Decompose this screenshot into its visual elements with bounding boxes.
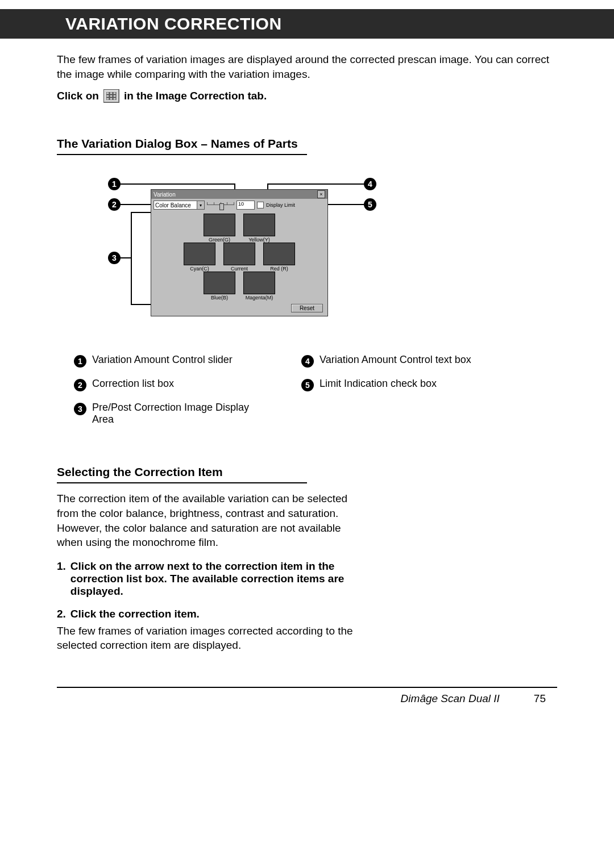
section1-rule	[57, 154, 307, 155]
lead-1	[121, 183, 234, 185]
svg-rect-1	[110, 92, 113, 94]
section2-heading: Selecting the Correction Item	[57, 465, 307, 481]
thumb-current[interactable]: Current	[223, 243, 255, 272]
section1-heading: The Variation Dialog Box – Names of Part…	[57, 137, 307, 153]
step-2-result: The few frames of variation images corre…	[57, 624, 375, 653]
callout-3: 3	[108, 252, 121, 264]
thumb-magenta[interactable]: Magenta(M)	[243, 272, 275, 301]
section2-rule	[57, 482, 307, 483]
svg-rect-7	[110, 98, 113, 100]
variation-amount-textbox[interactable]: 10	[237, 201, 255, 210]
page-footer: Dimâge Scan Dual II 75	[0, 688, 614, 705]
svg-rect-5	[113, 95, 116, 97]
variation-amount-slider[interactable]	[207, 202, 234, 208]
dialog-titlebar: Variation ×	[151, 190, 327, 199]
reset-button[interactable]: Reset	[291, 304, 323, 312]
dialog-title: Variation	[154, 191, 176, 198]
thumb-green[interactable]: Green(G)	[204, 214, 235, 243]
correction-list-box[interactable]: Color Balance	[154, 201, 205, 210]
page-number: 75	[534, 692, 546, 705]
step-2: 2. Click the correction item.	[57, 608, 358, 620]
variation-grid-icon	[103, 89, 119, 103]
legend-item-2: 2Correction list box	[74, 378, 267, 391]
legend-item-5: 5Limit Indication check box	[301, 378, 495, 391]
thumb-yellow[interactable]: Yellow(Y)	[243, 214, 275, 243]
lead-3	[121, 257, 131, 258]
svg-rect-8	[113, 98, 116, 100]
display-limit-checkbox[interactable]	[257, 202, 264, 208]
correction-select[interactable]: Color Balance	[154, 201, 205, 210]
click-instruction: Click on in the Image Correction tab.	[57, 89, 557, 103]
parts-legend: 1Variation Amount Control slider 2Correc…	[74, 354, 557, 425]
click-before: Click on	[57, 90, 99, 102]
callout-4: 4	[364, 178, 376, 190]
svg-rect-0	[106, 92, 109, 94]
close-icon[interactable]: ×	[317, 190, 325, 198]
header-bar: VARIATION CORRECTION	[0, 9, 614, 39]
intro-text: The few frames of variation images are d…	[57, 52, 557, 81]
legend-item-4: 4Variation Amount Control text box	[301, 354, 495, 368]
variation-dialog: Variation × Color Balance 10	[151, 189, 328, 316]
click-after: in the Image Correction tab.	[124, 90, 267, 102]
bracket-3	[131, 212, 152, 305]
legend-item-1: 1Variation Amount Control slider	[74, 354, 267, 368]
thumb-red[interactable]: Red (R)	[263, 243, 295, 272]
callout-1: 1	[108, 178, 121, 190]
display-limit-label: Display Limit	[266, 202, 295, 208]
lead-2	[121, 204, 155, 205]
dialog-controls: Color Balance 10 Display Limit	[151, 199, 327, 211]
section2-body: The correction item of the available var…	[57, 491, 358, 550]
thumb-cyan[interactable]: Cyan(C)	[184, 243, 215, 272]
callout-2: 2	[108, 198, 121, 211]
manual-page: VARIATION CORRECTION The few frames of v…	[0, 9, 614, 739]
product-name: Dimâge Scan Dual II	[401, 692, 500, 705]
svg-rect-6	[106, 98, 109, 100]
page-title: VARIATION CORRECTION	[0, 14, 282, 34]
thumb-blue[interactable]: Blue(B)	[204, 272, 235, 301]
svg-rect-4	[110, 95, 113, 97]
dialog-figure: 1 2 3 4 5 Variation ×	[85, 178, 557, 337]
legend-item-3: 3Pre/Post Correction Image Display Area	[74, 402, 267, 425]
svg-rect-3	[106, 95, 109, 97]
svg-rect-2	[113, 92, 116, 94]
image-display-area: Green(G) Yellow(Y) Cyan(C) Current Red (…	[151, 211, 327, 304]
lead-4	[267, 183, 364, 185]
step-1: 1. Click on the arrow next to the correc…	[57, 560, 358, 598]
callout-5: 5	[364, 198, 376, 211]
